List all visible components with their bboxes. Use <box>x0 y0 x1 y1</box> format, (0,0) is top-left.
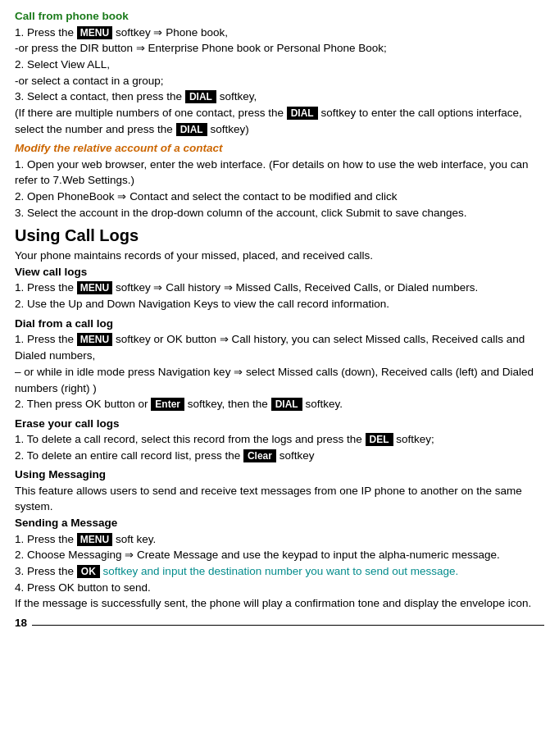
using-messaging-title-line: Using Messaging <box>15 467 544 483</box>
page-number-row: 18 <box>15 615 544 631</box>
arrow1: ⇒ <box>153 26 162 39</box>
sending-step3b-text: softkey and input the destination number… <box>103 565 459 577</box>
dial-from-call-log-title: Dial from a call log <box>15 317 113 330</box>
using-messaging-subtitle: This feature allows users to send and re… <box>15 483 544 515</box>
erase-call-logs-title-line: Erase your call logs <box>15 416 544 432</box>
arrow-dial2: ⇒ <box>234 366 243 378</box>
sending-step2-text: 2. Choose Messaging <box>15 549 122 561</box>
using-messaging-title: Using Messaging <box>15 468 106 480</box>
view-call-logs-section: View call logs 1. Press the MENU softkey… <box>15 264 544 312</box>
dial-step1-text: 1. Press the <box>15 333 74 345</box>
step1-line: 1. Press the MENU softkey ⇒ Phone book, <box>15 25 544 41</box>
call-from-phone-book-section: Call from phone book 1. Press the MENU s… <box>15 8 544 137</box>
view-step1d-text: Missed Calls, Received Calls, or Dialed … <box>236 281 479 294</box>
modify-step2-text: 2. Open PhoneBook <box>15 190 115 203</box>
using-call-logs-title: Using Call Logs <box>15 226 139 244</box>
step1d-line: -or press the DIR button ⇒ Enterprise Ph… <box>15 40 544 57</box>
dial-from-call-log-title-line: Dial from a call log <box>15 316 544 332</box>
sending-step5-line: If the message is successfully sent, the… <box>15 595 544 612</box>
dial-badge-1: DIAL <box>185 90 216 103</box>
step2-text: 2. Select View ALL, <box>15 58 110 71</box>
dial-step3b-text: softkey, then the <box>188 398 268 410</box>
step3-line: 3. Select a contact, then press the DIAL… <box>15 89 544 105</box>
arrow-send2: ⇒ <box>125 549 134 561</box>
dial-badge-4: DIAL <box>271 398 302 411</box>
sending-step4-line: 4. Press OK button to send. <box>15 580 544 596</box>
step1c-text: Phone book, <box>166 26 228 39</box>
modify-contact-section: Modify the relative account of a contact… <box>15 140 544 221</box>
view-call-logs-title-line: View call logs <box>15 264 544 280</box>
dial-step2-line: – or while in idle mode press Navigation… <box>15 364 544 396</box>
dial-step3-line: 2. Then press OK button or Enter softkey… <box>15 396 544 412</box>
clear-badge-1: Clear <box>243 449 276 462</box>
modify-step1-text: 1. Open your web browser, enter the web … <box>15 158 529 187</box>
dial-step1b-text: softkey or OK button <box>116 333 216 345</box>
call-from-phone-book-title: Call from phone book <box>15 10 129 22</box>
view-step2-text: 2. Use the Up and Down Navigation Keys t… <box>15 298 389 310</box>
step1e-text: Enterprise Phone book or Personal Phone … <box>148 42 387 54</box>
view-call-logs-title: View call logs <box>15 266 87 278</box>
menu-badge-3: MENU <box>77 333 112 346</box>
view-step2-line: 2. Use the Up and Down Navigation Keys t… <box>15 296 544 312</box>
using-call-logs-subtitle: Your phone maintains records of your mis… <box>15 248 544 264</box>
using-messaging-subtitle-text: This feature allows users to send and re… <box>15 485 522 513</box>
menu-badge-2: MENU <box>77 281 112 294</box>
menu-badge-1: MENU <box>77 26 112 39</box>
arrow-view1c: ⇒ <box>224 281 233 294</box>
sending-step5-text: If the message is successfully sent, the… <box>15 597 531 609</box>
using-call-logs-section: Using Call Logs Your phone maintains rec… <box>15 224 544 463</box>
step3c-line: (If there are multiple numbers of one co… <box>15 105 544 137</box>
erase-step2b-text: softkey <box>280 449 315 462</box>
view-step1-line: 1. Press the MENU softkey ⇒ Call history… <box>15 280 544 296</box>
sending-step3-line: 3. Press the OK softkey and input the de… <box>15 563 544 580</box>
dial-badge-2: DIAL <box>287 107 318 120</box>
arrow-modify2: ⇒ <box>117 190 126 203</box>
dial-step3-text: 2. Then press OK button or <box>15 398 148 410</box>
erase-call-logs-section: Erase your call logs 1. To delete a call… <box>15 416 544 464</box>
modify-contact-title: Modify the relative account of a contact <box>15 142 223 154</box>
arrow-view1: ⇒ <box>153 281 162 294</box>
modify-contact-title-line: Modify the relative account of a contact <box>15 140 544 157</box>
dial-step1-line: 1. Press the MENU softkey or OK button ⇒… <box>15 331 544 363</box>
step2b-line: -or select a contact in a group; <box>15 73 544 89</box>
step1d-text: -or press the DIR button <box>15 42 133 54</box>
erase-call-logs-title: Erase your call logs <box>15 417 120 430</box>
page-content: Call from phone book 1. Press the MENU s… <box>15 8 544 631</box>
dial-badge-3: DIAL <box>176 123 207 136</box>
using-call-logs-subtitle-text: Your phone maintains records of your mis… <box>15 249 373 262</box>
sending-step2b-text: Create Message and use the keypad to inp… <box>137 549 500 561</box>
view-step1b-text: softkey <box>116 281 151 294</box>
dial-step3c-text: softkey. <box>305 398 343 410</box>
erase-step1-line: 1. To delete a call record, select this … <box>15 431 544 448</box>
dial-from-call-log-section: Dial from a call log 1. Press the MENU s… <box>15 316 544 412</box>
dial-step2-text: – or while in idle mode press Navigation… <box>15 366 230 378</box>
using-messaging-section: Using Messaging This feature allows user… <box>15 467 544 611</box>
arrow1d: ⇒ <box>136 42 145 54</box>
modify-step2b-text: Contact and select the contact to be mod… <box>130 190 397 203</box>
sending-step3-text: 3. Press the <box>15 565 74 577</box>
arrow-dial1: ⇒ <box>220 333 229 345</box>
sending-step1-text: 1. Press the <box>15 533 74 545</box>
sending-message-section: Sending a Message 1. Press the MENU soft… <box>15 515 544 612</box>
page-divider <box>32 625 544 626</box>
modify-step1: 1. Open your web browser, enter the web … <box>15 157 544 189</box>
using-call-logs-title-line: Using Call Logs <box>15 224 544 248</box>
step2-line: 2. Select View ALL, <box>15 57 544 73</box>
step1-text: 1. Press the <box>15 26 74 39</box>
sending-step1b-text: soft key. <box>116 533 156 545</box>
menu-badge-4: MENU <box>77 533 112 546</box>
erase-step1-text: 1. To delete a call record, select this … <box>15 433 362 445</box>
erase-step1b-text: softkey; <box>396 433 434 445</box>
ok-badge-1: OK <box>77 565 100 578</box>
sending-step1-line: 1. Press the MENU soft key. <box>15 531 544 548</box>
step2b-text: -or select a contact in a group; <box>15 75 164 87</box>
view-step1c-text: Call history <box>166 281 220 294</box>
modify-step2: 2. Open PhoneBook ⇒ Contact and select t… <box>15 189 544 205</box>
step1b-text: softkey <box>116 26 151 39</box>
step3c-text: (If there are multiple numbers of one co… <box>15 107 284 119</box>
page-number: 18 <box>15 615 27 631</box>
sending-step4-text: 4. Press OK button to send. <box>15 581 151 594</box>
sending-message-title-line: Sending a Message <box>15 515 544 531</box>
modify-step3-text: 3. Select the account in the drop-down c… <box>15 207 467 219</box>
modify-step3: 3. Select the account in the drop-down c… <box>15 205 544 221</box>
